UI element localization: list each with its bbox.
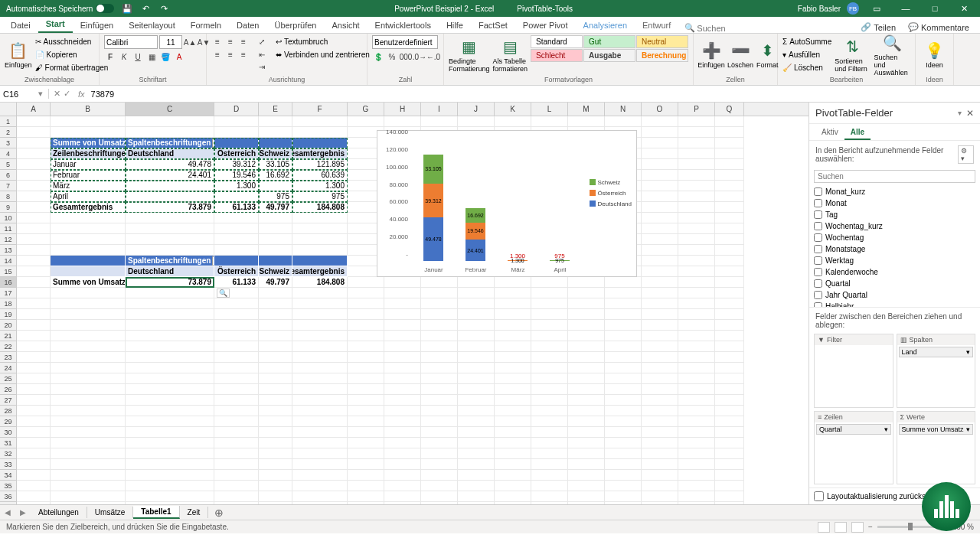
field-item[interactable]: Kalenderwoche bbox=[814, 266, 975, 278]
pane-tools-icon[interactable]: ⚙ ▾ bbox=[958, 145, 974, 164]
sheet-tab[interactable]: Abteilungen bbox=[31, 507, 87, 518]
find-select-button[interactable]: 🔍Suchen und Auswählen bbox=[874, 35, 910, 75]
cancel-formula-icon[interactable]: ✕ bbox=[54, 89, 60, 99]
style-gut[interactable]: Gut bbox=[583, 35, 635, 48]
fill-color-button[interactable]: 🪣 bbox=[159, 51, 172, 63]
tell-me-input[interactable] bbox=[697, 24, 743, 33]
bold-button[interactable]: F bbox=[104, 51, 116, 63]
indent-dec-button[interactable]: ⇤ bbox=[256, 48, 268, 60]
format-as-table-button[interactable]: ▤Als Tabelle formatieren bbox=[493, 35, 528, 75]
normal-view-icon[interactable] bbox=[818, 522, 830, 533]
col-header[interactable]: K bbox=[495, 103, 531, 116]
redo-icon[interactable]: ↷ bbox=[158, 3, 169, 14]
font-size-select[interactable] bbox=[159, 35, 182, 49]
field-item[interactable]: Jahr Quartal bbox=[814, 289, 975, 301]
orientation-button[interactable]: ⤢ bbox=[256, 35, 268, 47]
tab-ueberpruefen[interactable]: Überprüfen bbox=[266, 19, 324, 33]
defer-layout-checkbox[interactable] bbox=[814, 491, 824, 501]
conditional-format-button[interactable]: ▦Bedingte Formatierung bbox=[449, 35, 490, 75]
format-painter-button[interactable]: 🖌 Format übertragen bbox=[35, 61, 109, 73]
comments-button[interactable]: 💬 Kommentare bbox=[903, 21, 974, 33]
comma-button[interactable]: 000 bbox=[400, 51, 412, 63]
name-box-input[interactable] bbox=[3, 90, 38, 99]
tab-powerpivot[interactable]: Power Pivot bbox=[515, 19, 576, 33]
paste-button[interactable]: 📋Einfügen bbox=[5, 35, 32, 75]
currency-button[interactable]: 💲 bbox=[372, 51, 384, 63]
fx-icon[interactable]: fx bbox=[75, 90, 88, 99]
field-search-input[interactable] bbox=[814, 170, 975, 183]
tab-entwicklertools[interactable]: Entwicklertools bbox=[368, 19, 439, 33]
col-header[interactable]: E bbox=[259, 103, 292, 116]
col-header[interactable]: I bbox=[421, 103, 458, 116]
field-item[interactable]: Tag bbox=[814, 209, 975, 220]
col-header[interactable]: C bbox=[126, 103, 214, 116]
field-item[interactable]: Quartal bbox=[814, 278, 975, 289]
indent-inc-button[interactable]: ⇥ bbox=[256, 60, 268, 73]
align-buttons[interactable]: ≡≡≡ ≡≡≡ bbox=[211, 35, 250, 60]
inc-decimal-button[interactable]: .0→ bbox=[413, 51, 426, 63]
formula-input[interactable] bbox=[88, 90, 980, 99]
share-button[interactable]: 🔗 Teilen bbox=[856, 21, 900, 33]
ideas-button[interactable]: 💡Ideen bbox=[920, 35, 949, 75]
area-filter[interactable]: ▼ Filter bbox=[814, 334, 893, 408]
field-item[interactable]: Monat_kurz bbox=[814, 186, 975, 197]
col-header[interactable]: P bbox=[678, 103, 715, 116]
field-item[interactable]: Werktag bbox=[814, 255, 975, 266]
tab-analysieren[interactable]: Analysieren bbox=[576, 19, 635, 33]
cut-button[interactable]: ✂ Ausschneiden bbox=[35, 35, 109, 47]
grow-font-icon[interactable]: A▲ bbox=[184, 36, 196, 48]
style-schlecht[interactable]: Schlecht bbox=[531, 49, 583, 62]
col-header[interactable]: Q bbox=[715, 103, 744, 116]
col-header[interactable]: N bbox=[605, 103, 642, 116]
col-header[interactable]: G bbox=[348, 103, 384, 116]
col-header[interactable]: D bbox=[214, 103, 259, 116]
number-format-select[interactable] bbox=[372, 35, 438, 49]
col-header[interactable]: B bbox=[51, 103, 126, 116]
font-name-select[interactable] bbox=[104, 35, 158, 49]
pane-close-icon[interactable]: ✕ bbox=[966, 108, 974, 119]
col-header[interactable]: J bbox=[458, 103, 495, 116]
percent-button[interactable]: % bbox=[386, 51, 398, 63]
autosave-toggle[interactable]: Automatisches Speichern bbox=[6, 4, 114, 13]
enter-formula-icon[interactable]: ✓ bbox=[64, 89, 70, 99]
format-cells-button[interactable]: ⬍Format bbox=[756, 35, 779, 75]
style-ausgabe[interactable]: Ausgabe bbox=[583, 49, 635, 62]
user-avatar[interactable]: FB bbox=[847, 2, 859, 15]
tab-ansicht[interactable]: Ansicht bbox=[324, 19, 367, 33]
field-item[interactable]: Wochentag_kurz bbox=[814, 220, 975, 232]
border-button[interactable]: ▦ bbox=[145, 51, 158, 63]
copy-button[interactable]: 📄 Kopieren bbox=[35, 48, 109, 60]
field-item[interactable]: Wochentag bbox=[814, 232, 975, 243]
field-item[interactable]: Monat bbox=[814, 197, 975, 209]
save-icon[interactable]: 💾 bbox=[122, 3, 132, 14]
merge-center-button[interactable]: ⬌ Verbinden und zentrieren bbox=[276, 48, 370, 60]
field-item[interactable]: Halbjahr bbox=[814, 301, 975, 307]
area-values[interactable]: Σ Werte Summe von Umsatz▾ bbox=[897, 411, 976, 485]
tab-daten[interactable]: Daten bbox=[229, 19, 266, 33]
select-all-corner[interactable] bbox=[0, 103, 17, 116]
tab-formeln[interactable]: Formeln bbox=[183, 19, 229, 33]
insert-cells-button[interactable]: ➕Einfügen bbox=[698, 35, 724, 75]
pivot-chart[interactable]: -20.00040.00060.00080.000100.000120.0001… bbox=[377, 130, 637, 277]
sheet-tab[interactable]: Zeit bbox=[180, 507, 209, 518]
close-icon[interactable]: ✕ bbox=[952, 0, 975, 17]
style-standard[interactable]: Standard bbox=[531, 35, 583, 48]
undo-icon[interactable]: ↶ bbox=[140, 3, 151, 14]
underline-button[interactable]: U bbox=[132, 51, 144, 63]
tab-factset[interactable]: FactSet bbox=[471, 19, 515, 33]
dec-decimal-button[interactable]: ←.0 bbox=[427, 51, 439, 63]
tab-einfuegen[interactable]: Einfügen bbox=[73, 19, 121, 33]
minimize-icon[interactable]: — bbox=[894, 0, 917, 17]
col-header[interactable]: L bbox=[531, 103, 568, 116]
pane-tab-aktiv[interactable]: Aktiv bbox=[815, 126, 844, 140]
area-rows[interactable]: ≡ Zeilen Quartal▾ bbox=[814, 411, 893, 485]
style-berechnung[interactable]: Berechnung bbox=[636, 49, 688, 62]
area-columns[interactable]: ▥ Spalten Land▾ bbox=[897, 334, 976, 408]
italic-button[interactable]: K bbox=[118, 51, 130, 63]
sheet-nav-prev-icon[interactable]: ◀ bbox=[0, 508, 15, 517]
sheet-tab[interactable]: Umsätze bbox=[87, 507, 133, 518]
tab-seitenlayout[interactable]: Seitenlayout bbox=[121, 19, 183, 33]
autosum-button[interactable]: Σ AutoSumme bbox=[782, 35, 831, 47]
maximize-icon[interactable]: □ bbox=[923, 0, 946, 17]
pane-tab-alle[interactable]: Alle bbox=[844, 126, 871, 140]
